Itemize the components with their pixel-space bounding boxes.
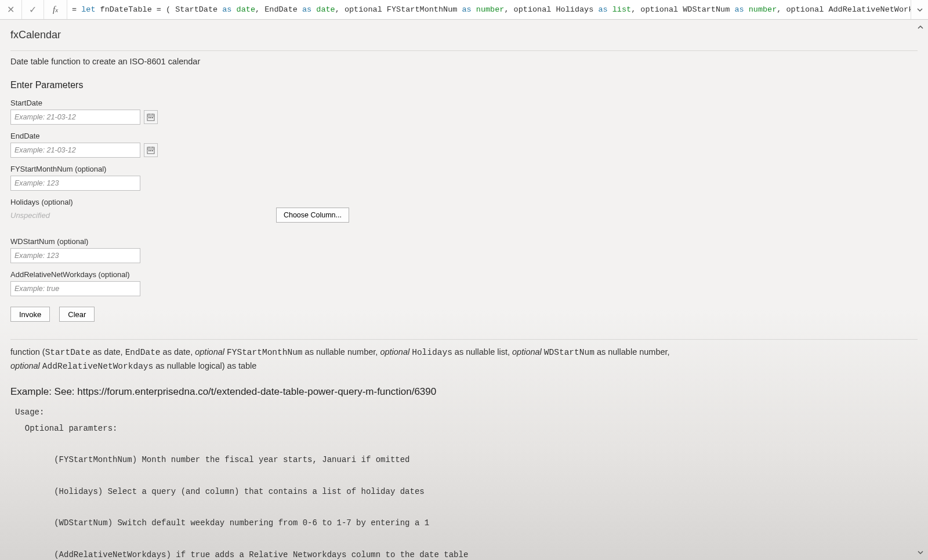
separator: [10, 50, 918, 51]
enddate-input[interactable]: [10, 143, 140, 158]
param-label: StartDate: [10, 99, 918, 107]
usage-block: Usage: Optional paramters: (FYStartMonth…: [15, 405, 918, 560]
param-fystartmonthnum: FYStartMonthNum (optional): [10, 165, 918, 191]
invoke-button[interactable]: Invoke: [10, 307, 50, 322]
clear-button[interactable]: Clear: [59, 307, 95, 322]
formula-bar: ✕ ✓ fx = let fnDateTable = ( StartDate a…: [0, 0, 928, 20]
scroll-down-button[interactable]: [915, 547, 926, 558]
fx-icon: fx: [44, 0, 67, 19]
param-label: Holidays (optional): [10, 198, 918, 206]
parameters-heading: Enter Parameters: [10, 80, 918, 90]
svg-rect-6: [152, 117, 153, 118]
example-heading: Example: See: https://forum.enterprisedn…: [10, 386, 918, 398]
param-addrelativenetworkdays: AddRelativeNetWorkdays (optional): [10, 270, 918, 296]
param-label: FYStartMonthNum (optional): [10, 165, 918, 173]
svg-rect-11: [148, 150, 150, 151]
param-label: EndDate: [10, 132, 918, 140]
description: Date table function to create an ISO-860…: [10, 57, 918, 66]
separator: [10, 339, 918, 340]
addrelativenetworkdays-input[interactable]: [10, 281, 140, 296]
calendar-icon[interactable]: [144, 143, 158, 157]
param-label: WDStartNum (optional): [10, 237, 918, 246]
wdstartnum-input[interactable]: [10, 248, 140, 263]
svg-rect-5: [150, 117, 151, 118]
choose-column-button[interactable]: Choose Column...: [276, 208, 349, 223]
formula-cancel-button[interactable]: ✕: [0, 0, 22, 19]
startdate-input[interactable]: [10, 110, 140, 125]
param-enddate: EndDate: [10, 132, 918, 158]
formula-expand-button[interactable]: [911, 0, 928, 19]
function-name: fxCalendar: [10, 26, 918, 48]
formula-confirm-button[interactable]: ✓: [22, 0, 44, 19]
function-signature: function (StartDate as date, EndDate as …: [10, 346, 918, 373]
calendar-icon[interactable]: [144, 110, 158, 124]
param-holidays: Holidays (optional) Unspecified Choose C…: [10, 198, 918, 230]
content-area: fxCalendar Date table function to create…: [0, 20, 928, 560]
param-startdate: StartDate: [10, 99, 918, 125]
formula-input[interactable]: = let fnDateTable = ( StartDate as date,…: [67, 0, 911, 19]
param-label: AddRelativeNetWorkdays (optional): [10, 270, 918, 279]
fystartmonthnum-input[interactable]: [10, 176, 140, 191]
svg-rect-13: [152, 150, 153, 151]
svg-rect-12: [150, 150, 151, 151]
svg-rect-4: [148, 117, 150, 118]
holidays-unspecified: Unspecified: [10, 209, 50, 230]
param-wdstartnum: WDStartNum (optional): [10, 237, 918, 263]
